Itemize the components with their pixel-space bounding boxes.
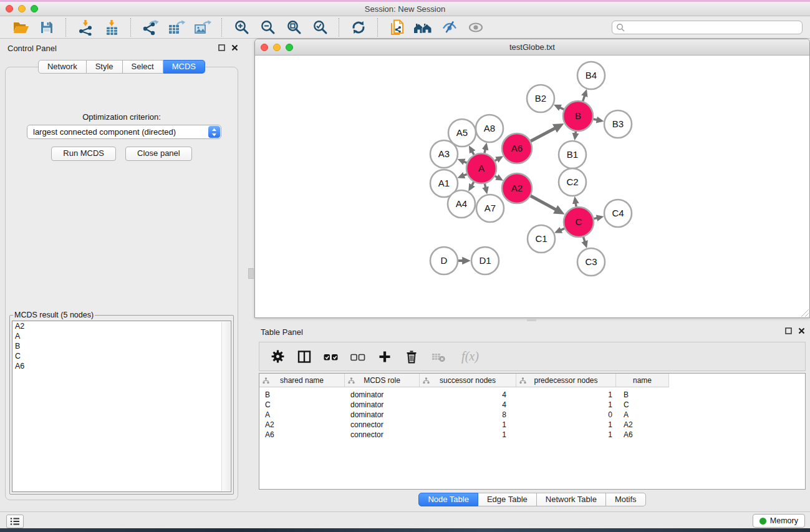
graph-node-B2[interactable]: B2: [527, 85, 554, 112]
clone-network-button[interactable]: [387, 18, 407, 37]
table-options-button[interactable]: [268, 347, 287, 366]
edge-A-A4[interactable]: [472, 182, 474, 186]
graph-node-A[interactable]: A: [466, 153, 496, 183]
import-table-button[interactable]: [102, 18, 122, 37]
open-file-button[interactable]: [11, 18, 31, 37]
edge-C-C3[interactable]: [584, 237, 585, 242]
vertical-splitter-handle[interactable]: [248, 268, 254, 279]
task-history-button[interactable]: [6, 515, 24, 528]
mcds-result-scrollbar[interactable]: [221, 322, 230, 491]
float-panel-icon[interactable]: [218, 44, 225, 51]
search-box[interactable]: [612, 21, 803, 34]
tab-edge-table[interactable]: Edge Table: [478, 493, 537, 506]
search-input[interactable]: [627, 22, 798, 32]
graph-node-A6[interactable]: A6: [502, 133, 532, 163]
graph-node-B3[interactable]: B3: [604, 110, 632, 138]
graph-node-C[interactable]: C: [564, 207, 594, 237]
column-header-mcds-role[interactable]: MCDS role: [345, 374, 420, 387]
tab-style[interactable]: Style: [87, 60, 123, 74]
edge-A6-B[interactable]: [531, 128, 556, 141]
tab-network[interactable]: Network: [38, 60, 87, 74]
edge-A-A8[interactable]: [485, 149, 485, 153]
edge-A-A2[interactable]: [495, 176, 498, 177]
optimization-criterion-dropdown[interactable]: largest connected component (directed): [27, 125, 221, 139]
close-panel-icon[interactable]: [231, 44, 238, 51]
float-table-panel-icon[interactable]: [785, 327, 792, 334]
close-panel-button[interactable]: Close panel: [125, 147, 192, 161]
zoom-fit-button[interactable]: [284, 18, 304, 37]
graph-node-B4[interactable]: B4: [577, 62, 605, 89]
graph-node-A4[interactable]: A4: [448, 190, 475, 218]
edge-C-C2[interactable]: [576, 203, 576, 207]
import-network-button[interactable]: [75, 18, 95, 37]
zoom-in-button[interactable]: [231, 18, 251, 37]
create-column-button[interactable]: [375, 347, 394, 366]
delete-table-button[interactable]: [429, 347, 448, 366]
run-mcds-button[interactable]: Run MCDS: [51, 147, 116, 161]
tab-network-table[interactable]: Network Table: [537, 493, 606, 506]
edge-B-B4[interactable]: [583, 95, 585, 101]
tab-node-table[interactable]: Node Table: [418, 493, 478, 506]
tab-select[interactable]: Select: [123, 60, 163, 74]
export-table-button[interactable]: [166, 18, 186, 37]
graph-node-A8[interactable]: A8: [476, 115, 503, 142]
table-row[interactable]: Adominator80A: [259, 410, 805, 420]
mcds-result-item[interactable]: A6: [12, 361, 231, 371]
home-button[interactable]: [413, 18, 433, 37]
zoom-out-button[interactable]: [258, 18, 277, 37]
control-panel-body: Optimization criterion: largest connecte…: [5, 67, 238, 500]
edge-A-A1[interactable]: [464, 174, 467, 175]
table-row[interactable]: Cdominator41C: [259, 400, 805, 410]
graph-node-B1[interactable]: B1: [559, 141, 586, 168]
hide-graphics-details-button[interactable]: [440, 18, 460, 37]
graph-node-C3[interactable]: C3: [577, 248, 605, 276]
table-row[interactable]: Bdominator41B: [259, 390, 805, 400]
format-columns-button[interactable]: [295, 347, 314, 366]
edge-B-B1[interactable]: [576, 132, 576, 134]
mcds-result-item[interactable]: A2: [12, 321, 231, 331]
export-network-button[interactable]: [140, 18, 160, 37]
column-header-name[interactable]: name: [616, 374, 669, 387]
function-builder-button[interactable]: f(x): [456, 347, 485, 366]
mcds-result-item[interactable]: A: [12, 331, 231, 341]
graph-node-A2[interactable]: A2: [502, 173, 532, 203]
tab-mcds[interactable]: MCDS: [163, 60, 205, 74]
close-table-panel-icon[interactable]: [798, 327, 805, 334]
delete-columns-button[interactable]: [402, 347, 421, 366]
table-row[interactable]: A2connector11A2: [259, 420, 805, 430]
edge-A-A5[interactable]: [472, 152, 474, 155]
save-session-button[interactable]: [37, 18, 57, 37]
graph-node-C2[interactable]: C2: [559, 168, 586, 196]
edge-B-B3[interactable]: [594, 119, 597, 120]
edge-C-C4[interactable]: [594, 218, 597, 218]
column-header-predecessor-nodes[interactable]: predecessor nodes: [516, 374, 616, 387]
column-header-successor-nodes[interactable]: successor nodes: [420, 374, 516, 387]
graph-node-B[interactable]: B: [563, 101, 593, 131]
graph-node-C4[interactable]: C4: [604, 200, 632, 227]
zoom-selected-button[interactable]: [310, 18, 330, 37]
edge-B-B2[interactable]: [560, 107, 564, 109]
edge-A2-C[interactable]: [531, 196, 556, 210]
edge-A-A3[interactable]: [464, 162, 467, 163]
table-row[interactable]: A6connector11A6: [259, 430, 805, 440]
graph-node-D[interactable]: D: [430, 247, 458, 274]
network-canvas[interactable]: B4B2BB3B1A5A8A6A3AC2A1A2A4A7C4CC1C3DD1: [255, 56, 809, 317]
mcds-result-item[interactable]: C: [12, 351, 231, 361]
graph-node-C1[interactable]: C1: [528, 225, 555, 253]
graph-node-D1[interactable]: D1: [471, 247, 499, 274]
control-panel-tabs: NetworkStyleSelectMCDS: [0, 60, 243, 74]
unselect-all-columns-button[interactable]: [349, 347, 367, 366]
graph-node-A3[interactable]: A3: [430, 140, 458, 168]
export-image-button[interactable]: [193, 18, 213, 37]
memory-button[interactable]: Memory: [753, 514, 805, 528]
column-header-shared-name[interactable]: shared name: [259, 374, 345, 387]
refresh-view-button[interactable]: [349, 18, 369, 37]
select-all-columns-button[interactable]: [322, 347, 340, 366]
edge-C-C1[interactable]: [561, 228, 564, 230]
edge-A-A7[interactable]: [485, 183, 486, 188]
graph-node-A7[interactable]: A7: [476, 195, 504, 222]
tab-motifs[interactable]: Motifs: [606, 493, 646, 506]
mcds-result-item[interactable]: B: [12, 341, 231, 351]
edge-A-A6[interactable]: [495, 160, 498, 161]
show-graphics-details-button[interactable]: [466, 18, 486, 37]
